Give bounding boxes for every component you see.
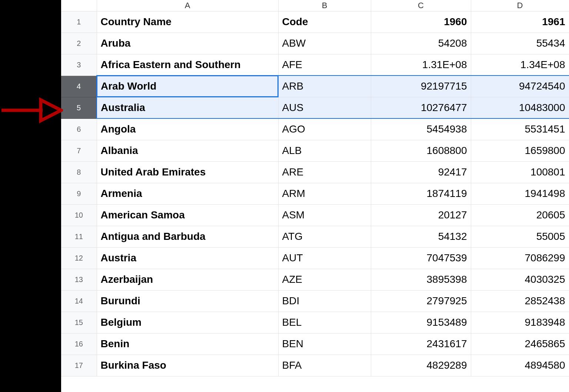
cell-B6[interactable]: AGO — [278, 118, 371, 140]
cell-B4[interactable]: ARB — [278, 76, 371, 97]
cell-D16[interactable]: 2465865 — [471, 333, 569, 355]
cell-D14[interactable]: 2852438 — [471, 290, 569, 312]
cell-A1[interactable]: Country Name — [97, 11, 278, 33]
cell-A6[interactable]: Angola — [97, 118, 278, 140]
cell-A11[interactable]: Antigua and Barbuda — [97, 226, 278, 247]
cell-B11[interactable]: ATG — [278, 226, 371, 247]
cell-D2[interactable]: 55434 — [471, 33, 569, 54]
table-row: 10American SamoaASM2012720605 — [61, 204, 569, 226]
cell-A16[interactable]: Benin — [97, 333, 278, 355]
table-row: 9ArmeniaARM18741191941498 — [61, 183, 569, 204]
cell-C15[interactable]: 9153489 — [371, 312, 471, 333]
cell-A14[interactable]: Burundi — [97, 290, 278, 312]
table-row: 16BeninBEN24316172465865 — [61, 333, 569, 355]
table-row: 3Africa Eastern and SouthernAFE1.31E+081… — [61, 54, 569, 76]
cell-D17[interactable]: 4894580 — [471, 355, 569, 376]
cell-A4[interactable]: Arab World — [97, 76, 278, 97]
table-row: 7AlbaniaALB16088001659800 — [61, 140, 569, 161]
row-header[interactable]: 10 — [61, 204, 97, 226]
cell-C6[interactable]: 5454938 — [371, 118, 471, 140]
cell-D1[interactable]: 1961 — [471, 11, 569, 33]
cell-A2[interactable]: Aruba — [97, 33, 278, 54]
row-header[interactable]: 3 — [61, 54, 97, 76]
row-header[interactable]: 11 — [61, 226, 97, 247]
cell-C17[interactable]: 4829289 — [371, 355, 471, 376]
cell-D10[interactable]: 20605 — [471, 204, 569, 226]
table-row: 13AzerbaijanAZE38953984030325 — [61, 269, 569, 290]
cell-A12[interactable]: Austria — [97, 247, 278, 269]
cell-C12[interactable]: 7047539 — [371, 247, 471, 269]
cell-B7[interactable]: ALB — [278, 140, 371, 161]
column-header-B[interactable]: B — [278, 0, 371, 11]
cell-D6[interactable]: 5531451 — [471, 118, 569, 140]
row-header[interactable]: 15 — [61, 312, 97, 333]
cell-B5[interactable]: AUS — [278, 97, 371, 118]
cell-B9[interactable]: ARM — [278, 183, 371, 204]
column-header-C[interactable]: C — [371, 0, 471, 11]
row-header[interactable]: 6 — [61, 118, 97, 140]
cell-C14[interactable]: 2797925 — [371, 290, 471, 312]
cell-D12[interactable]: 7086299 — [471, 247, 569, 269]
cell-B3[interactable]: AFE — [278, 54, 371, 76]
cell-C1[interactable]: 1960 — [371, 11, 471, 33]
cell-A17[interactable]: Burkina Faso — [97, 355, 278, 376]
row-header[interactable]: 9 — [61, 183, 97, 204]
cell-D8[interactable]: 100801 — [471, 161, 569, 183]
cell-A8[interactable]: United Arab Emirates — [97, 161, 278, 183]
table-row: 14BurundiBDI27979252852438 — [61, 290, 569, 312]
row-header[interactable]: 2 — [61, 33, 97, 54]
row-header[interactable]: 12 — [61, 247, 97, 269]
cell-C13[interactable]: 3895398 — [371, 269, 471, 290]
row-header[interactable]: 5 — [61, 97, 97, 118]
cell-B1[interactable]: Code — [278, 11, 371, 33]
cell-A13[interactable]: Azerbaijan — [97, 269, 278, 290]
cell-A15[interactable]: Belgium — [97, 312, 278, 333]
column-header-row[interactable]: A B C D — [61, 0, 569, 11]
row-header[interactable]: 14 — [61, 290, 97, 312]
cell-D13[interactable]: 4030325 — [471, 269, 569, 290]
row-header[interactable]: 8 — [61, 161, 97, 183]
cell-A10[interactable]: American Samoa — [97, 204, 278, 226]
cell-C9[interactable]: 1874119 — [371, 183, 471, 204]
cell-B2[interactable]: ABW — [278, 33, 371, 54]
cell-C10[interactable]: 20127 — [371, 204, 471, 226]
cell-B17[interactable]: BFA — [278, 355, 371, 376]
cell-A7[interactable]: Albania — [97, 140, 278, 161]
cell-B8[interactable]: ARE — [278, 161, 371, 183]
row-header[interactable]: 17 — [61, 355, 97, 376]
cell-B13[interactable]: AZE — [278, 269, 371, 290]
cell-B15[interactable]: BEL — [278, 312, 371, 333]
row-header[interactable]: 4 — [61, 76, 97, 97]
cell-B10[interactable]: ASM — [278, 204, 371, 226]
cell-C8[interactable]: 92417 — [371, 161, 471, 183]
cell-D15[interactable]: 9183948 — [471, 312, 569, 333]
cell-A9[interactable]: Armenia — [97, 183, 278, 204]
cell-C7[interactable]: 1608800 — [371, 140, 471, 161]
cell-C5[interactable]: 10276477 — [371, 97, 471, 118]
row-header[interactable]: 1 — [61, 11, 97, 33]
cell-C2[interactable]: 54208 — [371, 33, 471, 54]
cell-A3[interactable]: Africa Eastern and Southern — [97, 54, 278, 76]
column-header-A[interactable]: A — [97, 0, 278, 11]
cell-D3[interactable]: 1.34E+08 — [471, 54, 569, 76]
table-row: 5AustraliaAUS1027647710483000 — [61, 97, 569, 118]
cell-D5[interactable]: 10483000 — [471, 97, 569, 118]
cell-B14[interactable]: BDI — [278, 290, 371, 312]
cell-D7[interactable]: 1659800 — [471, 140, 569, 161]
spreadsheet[interactable]: A B C D 1Country NameCode196019612ArubaA… — [61, 0, 569, 392]
cell-C4[interactable]: 92197715 — [371, 76, 471, 97]
column-header-D[interactable]: D — [471, 0, 569, 11]
select-all-corner[interactable] — [61, 0, 97, 11]
cell-B16[interactable]: BEN — [278, 333, 371, 355]
cell-D9[interactable]: 1941498 — [471, 183, 569, 204]
row-header[interactable]: 16 — [61, 333, 97, 355]
row-header[interactable]: 13 — [61, 269, 97, 290]
cell-A5[interactable]: Australia — [97, 97, 278, 118]
cell-C3[interactable]: 1.31E+08 — [371, 54, 471, 76]
cell-C16[interactable]: 2431617 — [371, 333, 471, 355]
row-header[interactable]: 7 — [61, 140, 97, 161]
cell-B12[interactable]: AUT — [278, 247, 371, 269]
cell-C11[interactable]: 54132 — [371, 226, 471, 247]
cell-D11[interactable]: 55005 — [471, 226, 569, 247]
cell-D4[interactable]: 94724540 — [471, 76, 569, 97]
